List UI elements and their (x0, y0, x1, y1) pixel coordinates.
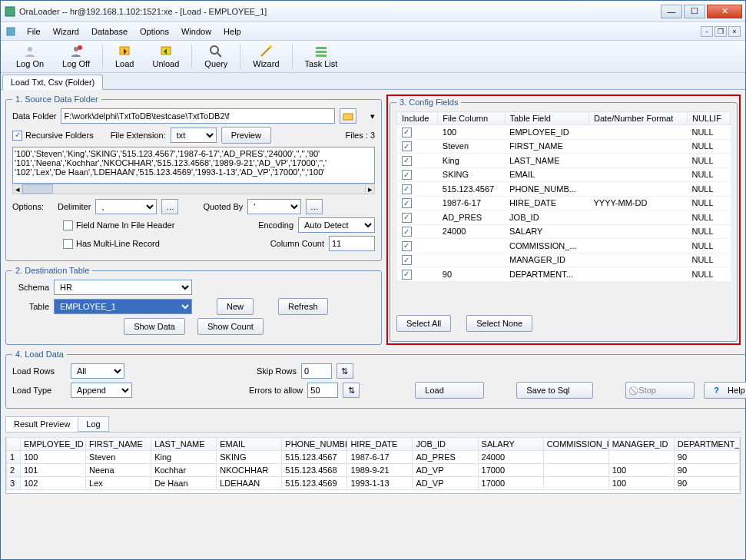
quoted-more-button[interactable]: … (306, 199, 323, 214)
cfg-row[interactable]: 24000SALARYNULL (397, 224, 731, 239)
result-row[interactable]: 1100StevenKingSKING515.123.45671987-6-17… (7, 451, 740, 464)
sample-data-textarea[interactable]: '100','Steven','King','SKING','515.123.4… (12, 147, 375, 184)
skip-rows-input[interactable] (301, 363, 332, 379)
tool-logon[interactable]: Log On (7, 45, 53, 68)
include-checkbox[interactable] (402, 141, 412, 151)
quoted-by-select[interactable]: ' (247, 199, 301, 214)
menu-window[interactable]: Window (175, 25, 217, 38)
tool-wizard[interactable]: Wizard (244, 45, 288, 68)
include-checkbox[interactable] (402, 184, 412, 194)
include-checkbox[interactable] (402, 270, 412, 280)
errors-spinner[interactable]: ⇅ (343, 383, 360, 398)
mdi-restore[interactable]: ❐ (715, 26, 727, 37)
include-checkbox[interactable] (402, 213, 412, 223)
encoding-select[interactable]: Auto Detect (298, 217, 375, 233)
file-ext-select[interactable]: txt (171, 128, 217, 143)
tab-load-txt-csv[interactable]: Load Txt, Csv (Folder) (2, 75, 103, 90)
tab-result-preview[interactable]: Result Preview (5, 416, 78, 432)
result-header[interactable]: PHONE_NUMBER (282, 438, 347, 451)
include-checkbox[interactable] (402, 198, 412, 208)
result-header[interactable]: COMMISSION_PCT (543, 438, 608, 451)
app-window: OraLoader -- hr@192.168.1.102:1521:xe - … (0, 0, 746, 560)
show-data-button[interactable]: Show Data (124, 318, 185, 335)
cfg-row[interactable]: 100EMPLOYEE_IDNULL (397, 125, 731, 140)
result-header[interactable]: SALARY (478, 438, 543, 451)
cfg-header[interactable]: Table Field (505, 112, 589, 125)
cfg-row[interactable]: 90DEPARTMENT...NULL (397, 267, 731, 282)
show-count-button[interactable]: Show Count (197, 318, 264, 335)
maximize-button[interactable]: ☐ (684, 5, 705, 18)
help-button[interactable]: ? Help (704, 382, 746, 399)
cfg-row[interactable]: AD_PRESJOB_IDNULL (397, 210, 731, 225)
include-checkbox[interactable] (402, 255, 412, 265)
tool-tasklist[interactable]: Task List (296, 45, 347, 68)
tab-log[interactable]: Log (78, 416, 108, 432)
result-row[interactable]: 3102LexDe HaanLDEHAAN515.123.45691993-1-… (7, 477, 740, 490)
result-header[interactable]: EMPLOYEE_ID (21, 438, 86, 451)
cfg-row[interactable]: SKINGEMAILNULL (397, 167, 731, 182)
delimiter-select[interactable]: , (95, 199, 157, 214)
select-none-button[interactable]: Select None (466, 315, 532, 332)
result-header[interactable]: LAST_NAME (151, 438, 217, 451)
cfg-header[interactable]: Date/Number Format (589, 112, 687, 125)
recursive-checkbox[interactable]: Recursive Folders (12, 131, 94, 141)
cfg-row[interactable]: MANAGER_IDNULL (397, 253, 731, 267)
cfg-row[interactable]: KingLAST_NAMENULL (397, 154, 731, 168)
cfg-row[interactable]: COMMISSION_...NULL (397, 239, 731, 253)
save-sql-button[interactable]: Save to Sql (516, 382, 593, 399)
colcount-input[interactable] (329, 236, 375, 251)
result-row[interactable]: 2101NeenaKochharNKOCHHAR515.123.45681989… (7, 464, 740, 477)
delimiter-more-button[interactable]: … (161, 199, 178, 214)
menu-file[interactable]: File (21, 25, 47, 38)
new-table-button[interactable]: New (217, 298, 254, 315)
window-title: OraLoader -- hr@192.168.1.102:1521:xe - … (19, 7, 661, 16)
select-all-button[interactable]: Select All (396, 315, 451, 332)
load-button[interactable]: Load (415, 382, 484, 399)
table-select[interactable]: EMPLOYEE_1 (54, 299, 192, 314)
tool-query[interactable]: Query (195, 45, 237, 68)
schema-select[interactable]: HR (54, 280, 192, 295)
tool-unload[interactable]: Unload (143, 45, 188, 68)
include-checkbox[interactable] (402, 156, 412, 166)
cfg-row[interactable]: StevenFIRST_NAMENULL (397, 139, 731, 154)
browse-folder-button[interactable] (340, 108, 356, 124)
dropdown-arrow-icon[interactable]: ▾ (370, 111, 375, 121)
result-header[interactable]: HIRE_DATE (347, 438, 413, 451)
data-folder-input[interactable] (61, 108, 335, 124)
include-checkbox[interactable] (402, 128, 412, 138)
result-header[interactable]: EMAIL (217, 438, 282, 451)
skip-rows-spinner[interactable]: ⇅ (337, 363, 353, 379)
menu-help[interactable]: Help (217, 25, 247, 38)
menu-database[interactable]: Database (85, 25, 134, 38)
preview-button[interactable]: Preview (221, 127, 271, 144)
include-checkbox[interactable] (402, 170, 412, 180)
result-header[interactable]: DEPARTMENT_II (674, 438, 739, 451)
result-header[interactable] (7, 438, 21, 451)
multiline-checkbox[interactable]: Has Multi-Line Record (63, 239, 160, 249)
load-rows-select[interactable]: All (71, 363, 124, 379)
include-checkbox[interactable] (402, 227, 412, 237)
result-header[interactable]: JOB_ID (413, 438, 478, 451)
minimize-button[interactable]: — (661, 5, 682, 18)
close-button[interactable]: ✕ (707, 5, 742, 18)
cfg-header[interactable]: File Column (438, 112, 505, 125)
field-header-checkbox[interactable]: Field Name In File Header (63, 220, 174, 230)
cfg-row[interactable]: 1987-6-17HIRE_DATEYYYY-MM-DDNULL (397, 196, 731, 210)
result-header[interactable]: FIRST_NAME (86, 438, 151, 451)
tool-load[interactable]: Load (106, 45, 143, 68)
refresh-button[interactable]: Refresh (278, 298, 328, 315)
load-type-select[interactable]: Append (71, 383, 132, 398)
tool-logoff[interactable]: Log Off (53, 45, 99, 68)
cfg-row[interactable]: 515.123.4567PHONE_NUMB...NULL (397, 182, 731, 197)
menu-options[interactable]: Options (134, 25, 175, 38)
result-header[interactable]: MANAGER_ID (608, 438, 674, 451)
cfg-header[interactable]: Include (397, 112, 438, 125)
cfg-header[interactable]: NULLIF (687, 112, 730, 125)
stop-button[interactable]: ⃠Stop (625, 382, 695, 399)
mdi-minimize[interactable]: - (701, 26, 713, 37)
mdi-close[interactable]: × (728, 26, 741, 37)
menu-wizard[interactable]: Wizard (47, 25, 85, 38)
sample-scroll[interactable]: ◂▸ (12, 184, 375, 194)
include-checkbox[interactable] (402, 241, 412, 251)
errors-input[interactable] (307, 383, 338, 398)
